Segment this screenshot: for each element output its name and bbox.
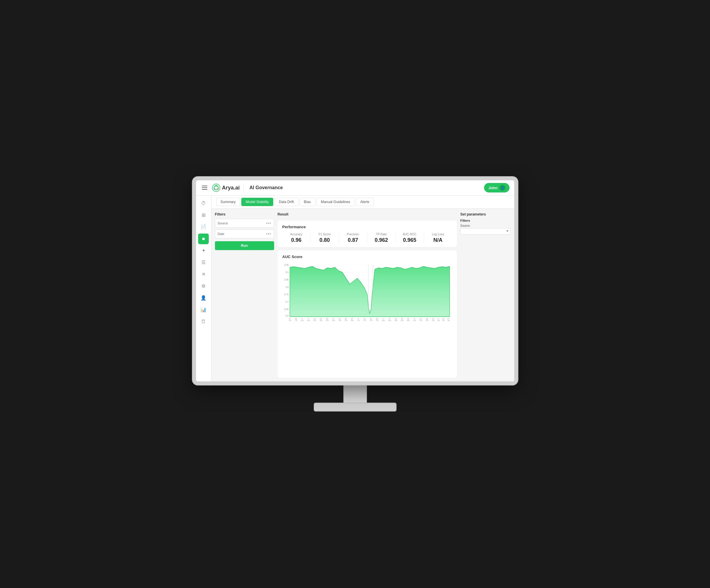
- svg-text:Jan: Jan: [447, 320, 449, 321]
- filters-title: Filters: [215, 212, 274, 216]
- svg-point-4: [213, 188, 215, 190]
- tab-manual-guidelines[interactable]: Manual Guidelines: [316, 198, 355, 206]
- source-filter-label: Source: [218, 221, 228, 225]
- log-loss-label: Log Loss: [424, 232, 452, 236]
- content-area: Filters Source ••• Date ••• Run: [211, 209, 514, 382]
- svg-point-3: [217, 188, 218, 190]
- svg-text:Nov: Nov: [382, 320, 385, 321]
- f1-value: 0.80: [310, 237, 338, 243]
- performance-card: Performance Accuracy 0.96 F1 Score 0.80: [278, 221, 457, 247]
- auc-chart-svg: 0.95 0.9 0.85 0.8 0.75 0.7 0.65 0.6: [282, 262, 452, 321]
- svg-text:Oct: Oct: [357, 320, 360, 321]
- sidebar-item-settings[interactable]: ⚙: [198, 281, 209, 292]
- accuracy-value: 0.96: [282, 237, 310, 243]
- svg-text:Oct: Oct: [363, 320, 366, 321]
- precision-value: 0.87: [339, 237, 367, 243]
- sidebar-item-list[interactable]: ☰: [198, 257, 209, 268]
- tab-alerts[interactable]: Alerts: [356, 198, 374, 206]
- logo-icon: [212, 183, 220, 192]
- svg-text:Aug: Aug: [307, 320, 310, 321]
- metric-tp-rate: TP Rate 0.962: [367, 232, 396, 243]
- svg-text:Sep: Sep: [345, 320, 348, 321]
- svg-text:Nov: Nov: [395, 320, 398, 321]
- sidebar-item-history[interactable]: ⏱: [198, 198, 209, 209]
- sidebar-item-tools[interactable]: ✕: [198, 269, 209, 280]
- tab-bias[interactable]: Bias: [300, 198, 315, 206]
- sidebar-item-chart[interactable]: 📊: [198, 304, 209, 315]
- svg-text:Jun: Jun: [288, 320, 291, 321]
- log-loss-value: N/A: [424, 237, 452, 243]
- svg-text:0.65: 0.65: [284, 308, 289, 311]
- tab-data-drift[interactable]: Data Drift: [275, 198, 299, 206]
- sidebar-item-notes[interactable]: 🗒: [198, 316, 209, 327]
- f1-label: F1 Score: [310, 232, 338, 236]
- sidebar-item-document[interactable]: 📄: [198, 222, 209, 232]
- precision-label: Precision: [339, 232, 367, 236]
- accuracy-label: Accuracy: [282, 232, 310, 236]
- user-button[interactable]: John 👤: [484, 183, 509, 193]
- svg-text:Dec: Dec: [419, 320, 422, 321]
- user-label: John: [488, 186, 497, 190]
- monitor-screen: Arya.ai AI Governance John 👤 ⏱ ⊞ 📄 ■: [192, 177, 518, 385]
- svg-text:Jan: Jan: [442, 320, 445, 321]
- svg-text:0.7: 0.7: [285, 300, 289, 303]
- metric-accuracy: Accuracy 0.96: [282, 232, 311, 243]
- svg-text:0.75: 0.75: [284, 293, 289, 296]
- tabs-bar: Summary Model Stability Data Drift Bias …: [211, 196, 514, 209]
- tab-summary[interactable]: Summary: [216, 198, 240, 206]
- header: Arya.ai AI Governance John 👤: [196, 180, 514, 196]
- tab-model-stability[interactable]: Model Stability: [241, 198, 273, 206]
- sidebar-item-active[interactable]: ■: [198, 234, 209, 244]
- main-content: Summary Model Stability Data Drift Bias …: [211, 196, 514, 382]
- svg-text:0.6: 0.6: [285, 314, 289, 317]
- date-filter[interactable]: Date •••: [215, 229, 274, 238]
- date-filter-label: Date: [218, 232, 224, 236]
- svg-text:Nov: Nov: [407, 320, 410, 321]
- monitor-stand-base: [314, 402, 397, 412]
- user-avatar: 👤: [499, 185, 505, 191]
- metrics-row: Accuracy 0.96 F1 Score 0.80 Precision: [282, 232, 452, 243]
- auc-title: AUC Score: [282, 254, 452, 259]
- svg-text:Sep: Sep: [351, 320, 354, 321]
- sidebar-item-grid[interactable]: ⊞: [198, 210, 209, 221]
- center-panel: Result Performance Accuracy 0.96: [278, 212, 457, 378]
- source-filter[interactable]: Source •••: [215, 219, 274, 228]
- sidebar-item-user[interactable]: 👤: [198, 293, 209, 303]
- right-panel: Set parameters Filters Source: Option 1 …: [460, 212, 511, 378]
- svg-text:0.85: 0.85: [284, 278, 289, 281]
- svg-text:Dec: Dec: [426, 320, 428, 321]
- run-button[interactable]: Run: [215, 241, 274, 250]
- svg-text:0.95: 0.95: [284, 263, 289, 266]
- chart-container: 0.95 0.9 0.85 0.8 0.75 0.7 0.65 0.6: [282, 262, 452, 321]
- svg-text:Dec: Dec: [413, 320, 416, 321]
- auc-roc-label: AUC-ROC: [396, 232, 424, 236]
- page-title: AI Governance: [250, 185, 283, 190]
- svg-text:Aug: Aug: [313, 320, 316, 321]
- logo-text: Arya.ai: [222, 185, 240, 191]
- tp-rate-label: TP Rate: [367, 232, 395, 236]
- metric-log-loss: Log Loss N/A: [424, 232, 452, 243]
- sidebar-item-star[interactable]: ✦: [198, 245, 209, 256]
- svg-text:Sep: Sep: [338, 320, 341, 321]
- tp-rate-value: 0.962: [367, 237, 395, 243]
- body-layout: ⏱ ⊞ 📄 ■ ✦ ☰ ✕ ⚙ 👤 📊 🗒 Summary: [196, 196, 514, 382]
- result-label: Result: [278, 212, 457, 216]
- hamburger-menu[interactable]: [201, 185, 209, 191]
- monitor-wrapper: Arya.ai AI Governance John 👤 ⏱ ⊞ 📄 ■: [192, 177, 518, 412]
- svg-text:Oct: Oct: [370, 320, 372, 321]
- metric-auc-roc: AUC-ROC 0.965: [396, 232, 424, 243]
- svg-text:Aug: Aug: [320, 320, 322, 321]
- svg-text:Nov: Nov: [388, 320, 391, 321]
- source-param-label: Source:: [460, 224, 511, 227]
- source-param-select[interactable]: Option 1 Option 2: [460, 228, 511, 235]
- svg-text:Aug: Aug: [326, 320, 329, 321]
- auc-card: AUC Score: [278, 250, 457, 378]
- svg-text:0.9: 0.9: [285, 270, 289, 274]
- svg-text:Oct: Oct: [376, 320, 379, 321]
- set-parameters-filters-label: Filters: [460, 219, 511, 222]
- metric-f1: F1 Score 0.80: [310, 232, 339, 243]
- monitor-stand-neck: [343, 385, 367, 402]
- svg-text:Jan: Jan: [437, 320, 440, 321]
- metric-precision: Precision 0.87: [339, 232, 367, 243]
- date-filter-dots: •••: [266, 231, 271, 236]
